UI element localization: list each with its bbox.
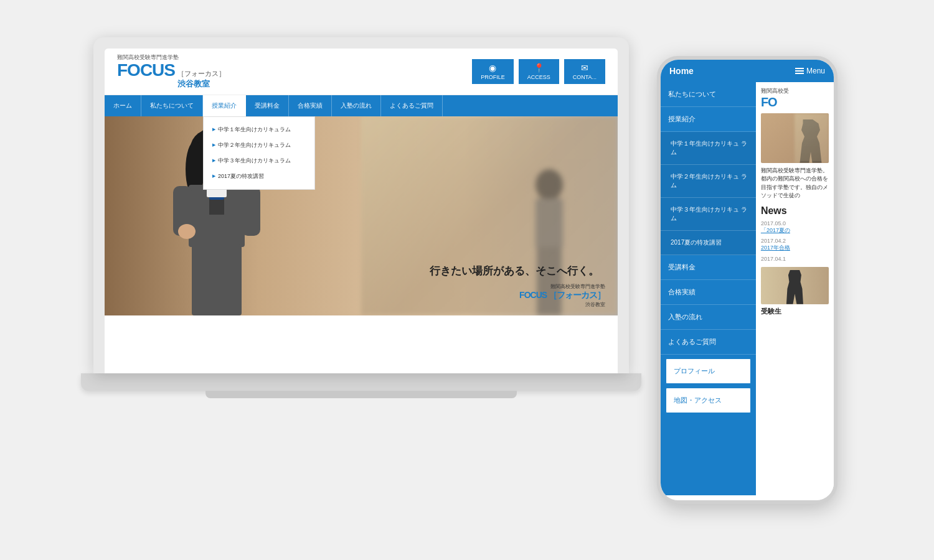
laptop-foot <box>205 391 517 398</box>
phone-news-item-1: 2017.05.0 「2017夏の <box>761 220 829 235</box>
hero-watermark: 難関高校受験専門進学塾 FOCUS ［フォーカス］ 渋谷教室 <box>519 283 605 308</box>
access-icon-label: ACCESS <box>527 74 550 80</box>
site-logo-area: 難関高校受験専門進学塾 FOCUS ［フォーカス］ 渋谷教室 <box>117 54 225 90</box>
phone-exam-section: 受験生 <box>761 267 829 316</box>
phone-screen: Home Menu 私たちについて 授業紹介 中学１年生向けカリキュ ラム <box>661 60 834 500</box>
phone-news-item-2: 2017.04.2 2017年合格 <box>761 238 829 252</box>
dropdown-class2[interactable]: 中学２年生向けカリキュラム <box>204 138 314 153</box>
svg-point-12 <box>535 169 563 200</box>
phone-exam-image <box>761 267 829 304</box>
phone-site-tagline: 難関高校受 <box>761 87 829 95</box>
svg-rect-8 <box>242 186 260 236</box>
nav-faq[interactable]: よくあるご質問 <box>381 95 443 116</box>
site-logo-main: FOCUS ［フォーカス］ 渋谷教室 <box>117 62 225 90</box>
phone-nav-class1[interactable]: 中学１年生向けカリキュ ラム <box>661 132 756 165</box>
phone-nav-fees[interactable]: 受講料金 <box>661 255 756 280</box>
profile-nav-icon[interactable]: ◉ PROFILE <box>472 59 514 84</box>
phone-nav-flow[interactable]: 入塾の流れ <box>661 305 756 330</box>
site-logo-en: ［フォーカス］ <box>177 69 225 78</box>
phone-hero-image <box>761 113 829 163</box>
phone-news-title: News <box>761 205 829 217</box>
phone-site-logo: FO <box>761 95 829 110</box>
hamburger-icon <box>795 68 804 74</box>
access-nav-icon[interactable]: 📍 ACCESS <box>519 59 559 84</box>
phone-exam-title: 受験生 <box>761 307 829 316</box>
phone-menu-label: Menu <box>806 67 825 75</box>
profile-icon-label: PROFILE <box>481 74 505 80</box>
nav-classes[interactable]: 授業紹介 中学１年生向けカリキュラム 中学２年生向けカリキュラム 中学３年生向け… <box>203 95 246 116</box>
phone-news-text-1[interactable]: 「2017夏の <box>761 226 829 235</box>
phone-sidebar: 私たちについて 授業紹介 中学１年生向けカリキュ ラム 中学２年生向けカリキュ … <box>661 82 756 495</box>
phone-nav-summer[interactable]: 2017夏の特攻講習 <box>661 231 756 255</box>
phone-nav-access[interactable]: 地図・アクセス <box>666 388 751 413</box>
phone-nav-about[interactable]: 私たちについて <box>661 82 756 107</box>
dropdown-summer[interactable]: 2017夏の特攻講習 <box>204 169 314 184</box>
svg-rect-13 <box>535 198 563 248</box>
phone-body: Home Menu 私たちについて 授業紹介 中学１年生向けカリキュ ラム <box>657 56 837 504</box>
phone-nav-classes[interactable]: 授業紹介 <box>661 107 756 132</box>
contact-nav-icon[interactable]: ✉ CONTA... <box>564 59 605 84</box>
nav-flow[interactable]: 入塾の流れ <box>332 95 381 116</box>
site-nav-icons: ◉ PROFILE 📍 ACCESS ✉ CONTA... <box>472 59 605 84</box>
hero-area: 行きたい場所がある、そこへ行く。 難関高校受験専門進学塾 FOCUS ［フォーカ… <box>105 116 618 315</box>
phone-news-item-3: 2017.04.1 <box>761 256 829 262</box>
phone-main-content: 難関高校受 FO 難関高校受験専門進学塾。都内の難関高校への合格を目指す学塾です… <box>756 82 834 495</box>
site-header: 難関高校受験専門進学塾 FOCUS ［フォーカス］ 渋谷教室 ◉ PROFILE <box>105 49 618 95</box>
phone-nav-faq[interactable]: よくあるご質問 <box>661 330 756 355</box>
dropdown-class1[interactable]: 中学１年生向けカリキュラム <box>204 122 314 138</box>
svg-rect-10 <box>192 244 242 315</box>
phone-news-date-2: 2017.04.2 <box>761 238 829 244</box>
nav-results[interactable]: 合格実績 <box>289 95 332 116</box>
profile-icon: ◉ <box>489 63 496 73</box>
phone-news-section: News 2017.05.0 「2017夏の 2017.04.2 2017年合格… <box>761 205 829 262</box>
phone-news-date-1: 2017.05.0 <box>761 220 829 226</box>
phone-nav-class3[interactable]: 中学３年生向けカリキュ ラム <box>661 198 756 231</box>
phone-nav-class2[interactable]: 中学２年生向けカリキュ ラム <box>661 165 756 198</box>
nav-fees[interactable]: 受講料金 <box>246 95 289 116</box>
nav-home[interactable]: ホーム <box>105 95 141 116</box>
laptop-screen: 難関高校受験専門進学塾 FOCUS ［フォーカス］ 渋谷教室 ◉ PROFILE <box>105 49 618 373</box>
phone-mockup: Home Menu 私たちについて 授業紹介 中学１年生向けカリキュ ラム <box>654 50 841 510</box>
phone-news-text-2[interactable]: 2017年合格 <box>761 244 829 252</box>
phone-news-date-3: 2017.04.1 <box>761 256 829 262</box>
hero-text: 行きたい場所がある、そこへ行く。 <box>430 264 599 278</box>
site-nav-bar: ホーム 私たちについて 授業紹介 中学１年生向けカリキュラム 中学２年生向けカリ… <box>105 95 618 116</box>
phone-body-text: 難関高校受験専門進学塾。都内の難関高校への合格を目指す学塾です。独自のメソッドで… <box>761 167 829 200</box>
classes-dropdown: 中学１年生向けカリキュラム 中学２年生向けカリキュラム 中学３年生向けカリキュラ… <box>203 116 315 190</box>
contact-icon-label: CONTA... <box>573 74 597 80</box>
laptop-base <box>81 373 641 391</box>
laptop-body: 難関高校受験専門進学塾 FOCUS ［フォーカス］ 渋谷教室 ◉ PROFILE <box>93 37 629 373</box>
dropdown-class3[interactable]: 中学３年生向けカリキュラム <box>204 153 314 169</box>
contact-icon: ✉ <box>581 63 588 73</box>
phone-nav-profile[interactable]: プロフィール <box>666 358 751 384</box>
access-icon: 📍 <box>534 63 544 73</box>
site-logo-focus: FOCUS <box>117 62 175 79</box>
svg-point-9 <box>178 224 196 239</box>
phone-content: 私たちについて 授業紹介 中学１年生向けカリキュ ラム 中学２年生向けカリキュ … <box>661 82 834 495</box>
laptop-mockup: 難関高校受験専門進学塾 FOCUS ［フォーカス］ 渋谷教室 ◉ PROFILE <box>93 37 629 523</box>
phone-header: Home Menu <box>661 60 834 82</box>
phone-nav-results[interactable]: 合格実績 <box>661 280 756 305</box>
phone-menu-button[interactable]: Menu <box>795 67 825 75</box>
phone-classroom-bg <box>795 113 829 163</box>
phone-student-silhouette <box>785 270 804 304</box>
nav-about[interactable]: 私たちについて <box>141 95 203 116</box>
phone-home-label[interactable]: Home <box>669 66 694 76</box>
site-logo-jp: 渋谷教室 <box>177 78 225 90</box>
